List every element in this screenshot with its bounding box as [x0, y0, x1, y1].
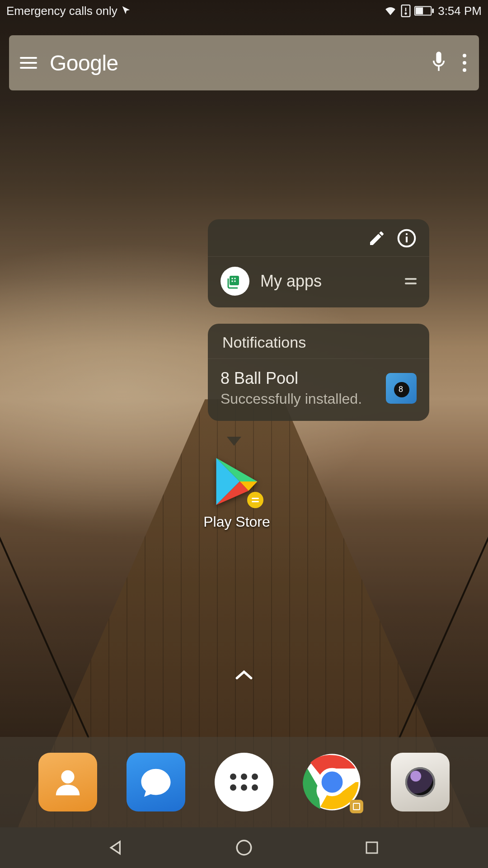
- navigation-bar: [0, 827, 488, 868]
- notification-badge-icon: [247, 492, 263, 508]
- svg-point-2: [405, 13, 407, 14]
- chrome-recent-badge-icon: [350, 800, 363, 813]
- camera-lens-icon: [405, 767, 435, 797]
- svg-rect-6: [436, 52, 441, 63]
- nav-home-button[interactable]: [232, 836, 256, 859]
- location-icon: [121, 4, 131, 18]
- app-drawer-hint[interactable]: [235, 669, 253, 683]
- nav-back-button[interactable]: [104, 836, 128, 859]
- status-bar: Emergency calls only 3:54 PM: [0, 0, 488, 22]
- overflow-menu-icon[interactable]: [463, 54, 466, 72]
- svg-marker-24: [111, 842, 120, 854]
- svg-rect-26: [366, 842, 377, 853]
- app-label: Play Store: [196, 514, 277, 530]
- battery-icon: [414, 6, 434, 16]
- popup-pointer: [227, 437, 241, 446]
- network-status-text: Emergency calls only: [6, 4, 117, 18]
- svg-rect-5: [432, 9, 434, 13]
- dock-contacts[interactable]: [38, 753, 97, 811]
- play-store-icon: [207, 452, 266, 511]
- notifications-header: Notifications: [208, 324, 429, 359]
- dock-messages[interactable]: [127, 753, 185, 811]
- info-icon[interactable]: [397, 228, 417, 250]
- svg-rect-12: [232, 278, 233, 279]
- apps-grid-icon: [230, 774, 258, 791]
- notification-app-icon: [386, 373, 417, 404]
- svg-rect-15: [235, 281, 236, 282]
- svg-rect-4: [416, 7, 423, 14]
- notification-title: 8 Ball Pool: [221, 369, 377, 388]
- my-apps-icon: [221, 267, 249, 296]
- microphone-icon[interactable]: [431, 52, 446, 74]
- dock-camera[interactable]: [391, 753, 450, 811]
- nav-recent-button[interactable]: [360, 836, 384, 859]
- dock-chrome[interactable]: [303, 753, 361, 811]
- app-shortcut-card: My apps: [208, 219, 429, 307]
- svg-point-10: [406, 233, 408, 235]
- dock-app-drawer[interactable]: [215, 753, 273, 811]
- svg-rect-14: [232, 281, 233, 282]
- dock: [0, 737, 488, 827]
- svg-point-25: [237, 840, 251, 855]
- wifi-icon: [384, 5, 397, 16]
- app-play-store[interactable]: Play Store: [196, 452, 277, 530]
- shortcut-label: My apps: [260, 272, 394, 291]
- notification-subtitle: Successfully installed.: [221, 391, 377, 407]
- google-search-widget[interactable]: Google: [9, 35, 479, 90]
- shortcut-my-apps[interactable]: My apps: [208, 257, 429, 307]
- app-notification-card: Notifications 8 Ball Pool Successfully i…: [208, 324, 429, 421]
- google-logo-text: Google: [50, 51, 431, 75]
- notification-item[interactable]: 8 Ball Pool Successfully installed.: [208, 359, 429, 421]
- svg-rect-13: [235, 278, 236, 279]
- svg-point-20: [61, 770, 74, 783]
- edit-icon[interactable]: [368, 229, 386, 249]
- hamburger-icon[interactable]: [20, 57, 37, 69]
- drag-handle-icon[interactable]: [405, 278, 417, 284]
- sim-alert-icon: [401, 5, 411, 17]
- clock-text: 3:54 PM: [438, 4, 482, 18]
